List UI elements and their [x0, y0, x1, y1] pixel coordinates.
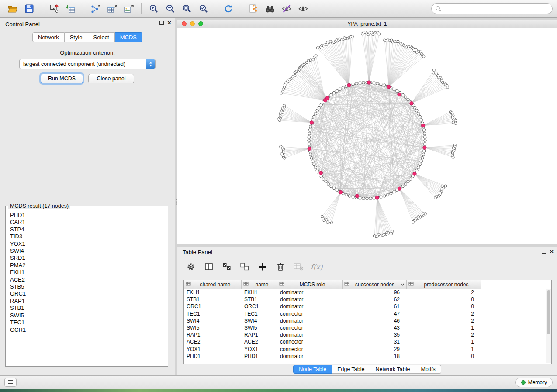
mcds-node-item[interactable]: ORC1 — [10, 290, 163, 297]
tab-node-table[interactable]: Node Table — [293, 365, 332, 374]
zoom-in-icon — [149, 3, 159, 14]
zoom-out-button[interactable] — [163, 2, 177, 16]
table-row[interactable]: SWI4SWI4dominator462 — [184, 317, 551, 324]
table-cell: 2 — [407, 289, 481, 296]
tab-mcds[interactable]: MCDS — [115, 32, 142, 42]
zoom-out-icon — [165, 3, 176, 14]
find-button[interactable] — [263, 2, 277, 16]
table-scrollbar-thumb[interactable] — [547, 290, 550, 334]
function-builder-button[interactable]: f(x) — [311, 261, 322, 272]
plus-icon — [258, 262, 267, 272]
memory-button[interactable]: Memory — [515, 378, 553, 387]
mcds-result-list[interactable]: PHD1CAR1STP4TID3YOX1SWI4SRD1PMA2FKH1ACE2… — [7, 211, 166, 364]
column-header-name[interactable]: name — [242, 280, 277, 289]
share-document-button[interactable] — [246, 2, 260, 16]
mcds-node-item[interactable]: ACE2 — [10, 276, 163, 283]
network-canvas[interactable] — [177, 28, 557, 245]
table-cell: dominator — [277, 332, 343, 338]
table-row[interactable]: ACE2ACE2connector311 — [184, 338, 551, 345]
column-header-shared-name[interactable]: shared name — [184, 280, 242, 289]
mcds-node-item[interactable]: PMA2 — [10, 262, 163, 269]
tab-motifs[interactable]: Motifs — [415, 365, 441, 374]
table-settings-button[interactable] — [185, 261, 197, 272]
columns-icon — [204, 262, 214, 272]
table-cell: TEC1 — [184, 311, 242, 317]
table-row[interactable]: TEC1TEC1connector472 — [184, 310, 551, 317]
window-minimize-button[interactable] — [190, 21, 195, 26]
status-menu-button[interactable] — [4, 378, 17, 387]
table-row[interactable]: STB1STB1dominator620 — [184, 296, 551, 303]
toolbar-separator — [83, 3, 83, 14]
table-row[interactable]: ORC1ORC1dominator610 — [184, 303, 551, 310]
export-network-button[interactable] — [89, 2, 103, 16]
zoom-in-button[interactable] — [147, 2, 161, 16]
table-cell: ACE2 — [242, 339, 277, 345]
export-image-button[interactable] — [122, 2, 136, 16]
tab-style[interactable]: Style — [65, 32, 88, 42]
refresh-layout-button[interactable] — [221, 2, 235, 16]
close-panel-icon[interactable]: × — [167, 21, 171, 25]
import-table-icon — [66, 4, 76, 14]
control-panel-title: Control Panel — [5, 21, 40, 28]
import-table-button[interactable] — [64, 2, 78, 16]
show-columns-button[interactable] — [203, 261, 214, 272]
mcds-node-item[interactable]: PHD1 — [10, 212, 163, 219]
delete-table-button-disabled — [293, 261, 304, 272]
table-row[interactable]: FKH1FKH1dominator962 — [184, 289, 551, 296]
close-panel-button[interactable]: Close panel — [88, 74, 134, 83]
search-input[interactable] — [443, 6, 549, 12]
table-cell: 96 — [343, 289, 407, 296]
mcds-node-item[interactable]: TID3 — [10, 233, 163, 240]
tab-network[interactable]: Network — [32, 32, 65, 42]
mcds-node-item[interactable]: SWI4 — [10, 248, 163, 254]
add-column-button[interactable] — [257, 261, 268, 272]
table-cell: PHD1 — [184, 353, 242, 359]
control-panel-header: Control Panel × — [0, 18, 175, 30]
zoom-fit-button[interactable] — [180, 2, 194, 16]
mcds-node-item[interactable]: YOX1 — [10, 241, 163, 248]
mcds-node-item[interactable]: TEC1 — [10, 319, 163, 326]
hide-selected-button[interactable] — [280, 2, 294, 16]
tab-select[interactable]: Select — [88, 32, 115, 42]
mcds-node-item[interactable]: RAP1 — [10, 298, 163, 305]
column-header-successor-nodes[interactable]: successor nodes — [343, 280, 407, 289]
export-table-button[interactable] — [105, 2, 119, 16]
open-session-button[interactable] — [6, 2, 20, 16]
mcds-node-item[interactable]: FKH1 — [10, 269, 163, 276]
window-zoom-button[interactable] — [198, 21, 203, 26]
node-table: shared name name — [183, 280, 552, 364]
float-panel-icon[interactable] — [542, 250, 546, 254]
mcds-node-item[interactable]: GCR1 — [10, 327, 163, 334]
delete-column-button[interactable] — [275, 261, 286, 272]
mcds-node-item[interactable]: CAR1 — [10, 219, 163, 226]
table-row[interactable]: YOX1YOX1connector291 — [184, 346, 551, 353]
table-row[interactable]: PHD1PHD1dominator180 — [184, 353, 551, 360]
mcds-node-item[interactable]: SWI5 — [10, 312, 163, 319]
criterion-dropdown[interactable]: largest connected component (undirected) — [19, 59, 156, 69]
table-row[interactable]: RAP1RAP1dominator352 — [184, 331, 551, 338]
tab-edge-table[interactable]: Edge Table — [332, 365, 370, 374]
table-scrollbar[interactable] — [546, 289, 551, 363]
run-mcds-button[interactable]: Run MCDS — [41, 74, 83, 83]
column-header-mcds-role[interactable]: MCDS role — [277, 280, 343, 289]
select-all-button[interactable] — [221, 261, 232, 272]
table-cell: PHD1 — [242, 353, 277, 359]
mcds-node-item[interactable]: STB1 — [10, 305, 163, 312]
table-row[interactable]: SWI5SWI5connector431 — [184, 324, 551, 331]
window-close-button[interactable] — [182, 21, 187, 26]
deselect-all-button[interactable] — [239, 261, 250, 272]
close-panel-icon[interactable]: × — [550, 249, 554, 254]
zoom-selected-button[interactable] — [197, 2, 211, 16]
show-all-button[interactable] — [296, 2, 310, 16]
mcds-node-item[interactable]: STB5 — [10, 283, 163, 290]
float-panel-icon[interactable] — [159, 21, 164, 25]
import-network-button[interactable] — [47, 2, 61, 16]
mcds-node-item[interactable]: STP4 — [10, 226, 163, 233]
tab-network-table[interactable]: Network Table — [370, 365, 416, 374]
save-session-button[interactable] — [22, 2, 36, 16]
table-cell: FKH1 — [242, 289, 277, 296]
column-header-predecessor-nodes[interactable]: predecessor nodes — [407, 280, 481, 289]
mcds-node-item[interactable]: SRD1 — [10, 254, 163, 261]
zoom-fit-icon — [182, 3, 192, 14]
search-field[interactable] — [431, 3, 553, 14]
